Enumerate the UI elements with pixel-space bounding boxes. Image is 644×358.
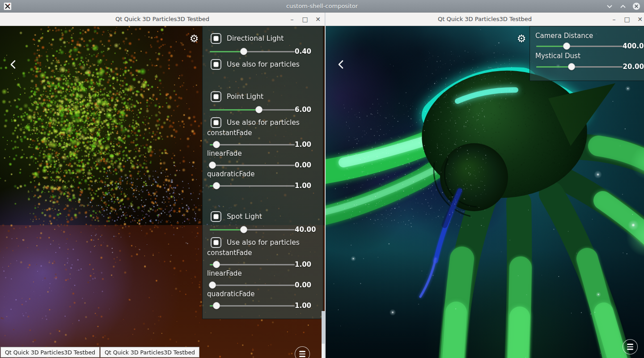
mystical-dust-slider[interactable] [536, 63, 623, 71]
point-linearfade-value: 0.00 [295, 161, 324, 169]
slider-handle[interactable] [209, 281, 216, 289]
left-window-content: ⚙ Directional Light 0.40 Use als [0, 26, 325, 358]
spot-linearfade-label: linearFade [203, 269, 323, 277]
scene-settings-panel: Camera Distance 400.00 Mystical Dust 20.… [530, 26, 644, 81]
point-use-particles-row: Use also for particles [203, 117, 323, 128]
point-light-checkbox[interactable] [211, 91, 221, 102]
window-title: Qt Quick 3D Particles3D Testbed [438, 16, 532, 22]
back-button[interactable] [7, 58, 19, 71]
slider-handle[interactable] [213, 141, 220, 148]
spot-quadraticfade-label: quadraticFade [203, 290, 323, 298]
taskbar-item[interactable]: Qt Quick 3D Particles3D Testbed [100, 347, 199, 358]
directional-use-particles-label: Use also for particles [227, 60, 300, 68]
chevron-up-icon[interactable] [619, 2, 627, 10]
spot-constantfade-slider[interactable] [210, 260, 295, 268]
close-button[interactable]: ✕ [637, 16, 643, 22]
maximize-button[interactable]: □ [624, 16, 630, 22]
spot-constantfade-value: 1.00 [295, 260, 324, 268]
spot-linearfade-slider[interactable] [210, 281, 295, 289]
point-constantfade-value: 1.00 [295, 141, 324, 149]
settings-gear-button[interactable]: ⚙ [515, 32, 528, 45]
window-title: Qt Quick 3D Particles3D Testbed [115, 16, 209, 22]
light-settings-panel: Directional Light 0.40 Use also for part… [202, 26, 323, 319]
point-quadraticfade-label: quadraticFade [203, 170, 323, 178]
hamburger-icon [299, 351, 305, 352]
camera-distance-slider[interactable] [536, 42, 623, 50]
point-light-value: 6.00 [295, 106, 324, 114]
back-chevron-icon [337, 60, 344, 69]
directional-light-checkbox-row: Directional Light [203, 33, 323, 44]
minimize-button[interactable]: – [611, 16, 617, 22]
right-window: Qt Quick 3D Particles3D Testbed – □ ✕ ⚙ … [325, 13, 644, 358]
spot-light-checkbox[interactable] [211, 211, 221, 222]
scrollbar[interactable] [322, 311, 325, 358]
spot-use-particles-checkbox[interactable] [211, 237, 221, 248]
point-use-particles-label: Use also for particles [227, 119, 300, 127]
desktop: custom-shell-compositor Qt Quick 3D Part… [0, 0, 644, 358]
hamburger-icon [627, 344, 633, 345]
point-constantfade-slider[interactable] [210, 141, 295, 149]
slider-handle[interactable] [240, 226, 247, 233]
maximize-button[interactable]: □ [302, 16, 308, 22]
mystical-dust-value: 20.00 [623, 63, 644, 71]
point-use-particles-checkbox[interactable] [211, 117, 221, 128]
gear-icon: ⚙ [190, 34, 199, 44]
point-light-slider[interactable] [210, 106, 295, 114]
gear-icon: ⚙ [517, 34, 526, 44]
taskbar-item[interactable]: Qt Quick 3D Particles3D Testbed [0, 347, 100, 358]
spot-light-value: 40.00 [295, 226, 325, 234]
spot-constantfade-label: constantFade [203, 249, 323, 257]
slider-handle[interactable] [240, 48, 247, 55]
compositor-bar: custom-shell-compositor [0, 0, 644, 13]
close-button[interactable]: ✕ [315, 16, 321, 22]
menu-button[interactable] [623, 339, 638, 354]
spot-light-slider[interactable] [210, 226, 295, 234]
slider-handle[interactable] [213, 261, 220, 268]
spot-quadraticfade-slider[interactable] [210, 302, 295, 310]
camera-distance-value: 400.00 [623, 42, 644, 50]
menu-button[interactable] [295, 346, 310, 358]
spot-light-checkbox-row: Spot Light [203, 211, 323, 222]
slider-handle[interactable] [213, 302, 220, 309]
point-constantfade-label: constantFade [203, 129, 323, 137]
directional-light-label: Directional Light [227, 34, 284, 43]
settings-gear-button[interactable]: ⚙ [188, 32, 200, 45]
left-window-titlebar[interactable]: Qt Quick 3D Particles3D Testbed – □ ✕ [0, 13, 325, 26]
slider-handle[interactable] [209, 162, 216, 169]
directional-use-particles-row: Use also for particles [203, 59, 323, 70]
directional-light-slider[interactable] [210, 47, 295, 55]
compositor-title: custom-shell-compositor [0, 3, 644, 9]
directional-light-checkbox[interactable] [211, 33, 221, 44]
spot-use-particles-row: Use also for particles [203, 237, 323, 248]
back-button[interactable] [335, 58, 347, 71]
right-window-content: ⚙ Camera Distance 400.00 Mystical Dust [326, 26, 644, 358]
directional-light-value: 0.40 [295, 47, 324, 55]
slider-handle[interactable] [568, 63, 575, 70]
mystical-dust-label: Mystical Dust [530, 52, 644, 60]
spot-use-particles-label: Use also for particles [227, 239, 300, 247]
minimize-button[interactable]: – [289, 16, 295, 22]
point-linearfade-slider[interactable] [210, 161, 295, 169]
right-window-titlebar[interactable]: Qt Quick 3D Particles3D Testbed – □ ✕ [326, 13, 644, 26]
spot-quadraticfade-value: 1.00 [295, 302, 324, 310]
point-quadraticfade-slider[interactable] [210, 182, 295, 190]
point-light-label: Point Light [227, 93, 263, 101]
camera-distance-label: Camera Distance [530, 32, 644, 40]
directional-use-particles-checkbox[interactable] [211, 59, 221, 70]
back-chevron-icon [9, 60, 17, 69]
slider-handle[interactable] [255, 106, 263, 113]
left-window: Qt Quick 3D Particles3D Testbed – □ ✕ ⚙ [0, 13, 325, 358]
point-linearfade-label: linearFade [203, 149, 323, 158]
point-quadraticfade-value: 1.00 [295, 182, 324, 190]
chevron-down-icon[interactable] [606, 2, 614, 10]
slider-handle[interactable] [563, 43, 570, 50]
slider-handle[interactable] [213, 182, 220, 189]
compositor-close-button[interactable] [632, 2, 640, 10]
point-light-checkbox-row: Point Light [203, 91, 323, 102]
spot-linearfade-value: 0.00 [295, 281, 324, 289]
spot-light-label: Spot Light [227, 213, 262, 221]
taskbar: Qt Quick 3D Particles3D Testbed Qt Quick… [0, 347, 199, 358]
